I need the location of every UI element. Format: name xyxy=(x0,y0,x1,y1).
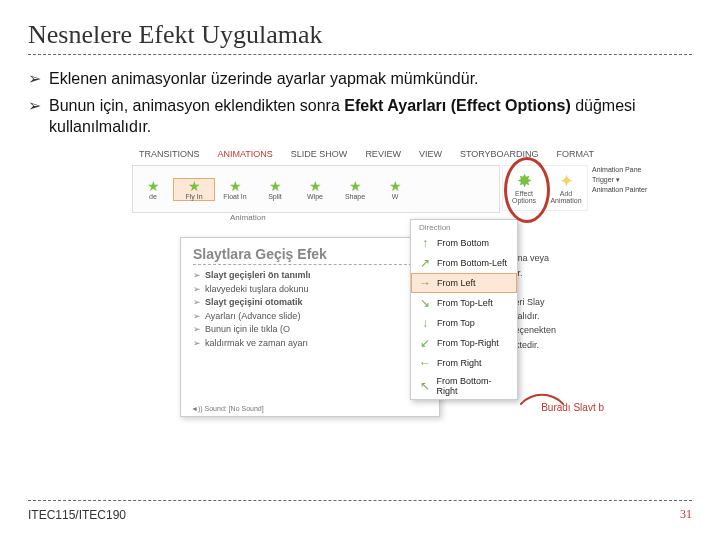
dropdown-item[interactable]: ↗From Bottom-Left xyxy=(411,253,517,273)
dropdown-item-label: From Left xyxy=(437,278,476,288)
star-icon: ★ xyxy=(335,179,375,193)
advanced-item[interactable]: Animation Painter xyxy=(592,185,640,195)
chevron-icon: ➢ xyxy=(28,96,41,138)
dropdown-item[interactable]: ↖From Bottom-Right xyxy=(411,373,517,399)
mini-chevron-icon: ➢ xyxy=(193,310,201,324)
chevron-icon: ➢ xyxy=(28,69,41,90)
bullet-text: Bunun için, animasyon eklendikten sonra … xyxy=(49,96,692,138)
embedded-slide-preview: Slaytlara Geçiş Efek ➢Slayt geçişleri ön… xyxy=(180,237,440,417)
dropdown-item[interactable]: ↘From Top-Left xyxy=(411,293,517,313)
advanced-item[interactable]: Animation Pane xyxy=(592,165,640,175)
mini-bullet-text: Slayt geçişleri ön tanımlı xyxy=(205,269,311,283)
dropdown-header: Direction xyxy=(411,220,517,233)
mini-bullet-item: ➢Slayt geçişini otomatik xyxy=(193,296,427,310)
mini-bullet-text: Ayarları (Advance slide) xyxy=(205,310,300,324)
mini-bullet-item: ➢Slayt geçişleri ön tanımlı xyxy=(193,269,427,283)
dropdown-item[interactable]: ↓From Top xyxy=(411,313,517,333)
mini-bullet-item: ➢Ayarları (Advance slide) xyxy=(193,310,427,324)
dropdown-item-label: From Bottom xyxy=(437,238,489,248)
effect-options-button[interactable]: ✸ Effect Options xyxy=(503,166,545,210)
star-icon: ★ xyxy=(174,179,214,193)
fragment-line: dır. xyxy=(510,266,596,280)
red-callout: Buradı Slavt b xyxy=(541,402,604,413)
advanced-item[interactable]: Trigger ▾ xyxy=(592,175,640,185)
mini-bullet-item: ➢Bunun için ile tıkla (O xyxy=(193,323,427,337)
star-add-icon: ✦ xyxy=(559,172,574,190)
animation-item[interactable]: ★Fly In xyxy=(173,178,215,201)
dropdown-item[interactable]: ↑From Bottom xyxy=(411,233,517,253)
dropdown-item[interactable]: ←From Right xyxy=(411,353,517,373)
direction-arrow-icon: → xyxy=(419,276,431,290)
star-icon: ★ xyxy=(295,179,335,193)
direction-arrow-icon: ↗ xyxy=(419,256,431,270)
animation-item[interactable]: ★Float In xyxy=(215,179,255,200)
direction-arrow-icon: ↘ xyxy=(419,296,431,310)
direction-arrow-icon: ↑ xyxy=(419,236,431,250)
bullet-item: ➢ Eklenen animasyonlar üzerinde ayarlar … xyxy=(28,69,692,90)
page-title: Nesnelere Efekt Uygulamak xyxy=(28,20,692,50)
mini-chevron-icon: ➢ xyxy=(193,283,201,297)
bullet-item: ➢ Bunun için, animasyon eklendikten sonr… xyxy=(28,96,692,138)
ribbon-tab[interactable]: SLIDE SHOW xyxy=(284,147,355,161)
mini-bullet-text: klavyedeki tuşlara dokunu xyxy=(205,283,309,297)
bullet-text: Eklenen animasyonlar üzerinde ayarlar ya… xyxy=(49,69,479,90)
animation-item[interactable]: ★Split xyxy=(255,179,295,200)
mini-chevron-icon: ➢ xyxy=(193,337,201,351)
mini-chevron-icon: ➢ xyxy=(193,296,201,310)
bullet-list: ➢ Eklenen animasyonlar üzerinde ayarlar … xyxy=(28,69,692,137)
bullet-text-span: Bunun için, animasyon eklendikten sonra xyxy=(49,97,344,114)
mini-bullet-text: kaldırmak ve zaman ayarı xyxy=(205,337,308,351)
effect-options-label: Effect Options xyxy=(503,190,545,204)
star-down-icon: ✸ xyxy=(517,172,532,190)
animation-item[interactable]: ★W xyxy=(375,179,415,200)
mini-bullet-item: ➢kaldırmak ve zaman ayarı xyxy=(193,337,427,351)
direction-arrow-icon: ← xyxy=(419,356,431,370)
ribbon-tab[interactable]: REVIEW xyxy=(358,147,408,161)
mini-slide-title: Slaytlara Geçiş Efek xyxy=(193,246,427,265)
bullet-bold: Efekt Ayarları (Effect Options) xyxy=(344,97,570,114)
star-icon: ★ xyxy=(215,179,255,193)
add-animation-label: Add Animation xyxy=(545,190,587,204)
fragment-line: ama veya xyxy=(510,251,596,265)
dropdown-item[interactable]: →From Left xyxy=(411,273,517,293)
direction-arrow-icon: ↖ xyxy=(419,379,430,393)
mini-chevron-icon: ➢ xyxy=(193,323,201,337)
right-text-fragment: ama veyadır.nİleri Slaymalıdır.seçenekte… xyxy=(510,251,596,352)
animation-item[interactable]: ★de xyxy=(133,179,173,200)
add-animation-button[interactable]: ✦ Add Animation xyxy=(545,166,587,210)
star-icon: ★ xyxy=(133,179,173,193)
mini-bullet-text: Bunun için ile tıkla (O xyxy=(205,323,290,337)
direction-arrow-icon: ↙ xyxy=(419,336,431,350)
dropdown-item-label: From Bottom-Left xyxy=(437,258,507,268)
screenshot-figure: TRANSITIONSANIMATIONSSLIDE SHOWREVIEWVIE… xyxy=(110,147,610,437)
mini-sound-row: ◄)) Sound: [No Sound] xyxy=(191,405,264,412)
direction-dropdown[interactable]: Direction ↑From Bottom↗From Bottom-Left→… xyxy=(410,219,518,400)
animation-item[interactable]: ★Wipe xyxy=(295,179,335,200)
star-icon: ★ xyxy=(375,179,415,193)
advanced-animation-group: Animation PaneTrigger ▾Animation Painter xyxy=(592,165,640,194)
mini-bullet-text: Slayt geçişini otomatik xyxy=(205,296,303,310)
dropdown-item-label: From Right xyxy=(437,358,482,368)
animation-item[interactable]: ★Shape xyxy=(335,179,375,200)
ribbon-tab[interactable]: ANIMATIONS xyxy=(211,147,280,161)
fragment-line: n xyxy=(510,280,596,294)
ribbon-tab[interactable]: VIEW xyxy=(412,147,449,161)
effect-advanced-panel: ✸ Effect Options ✦ Add Animation xyxy=(502,165,588,211)
dropdown-item-label: From Bottom-Right xyxy=(436,376,509,396)
ribbon-tab[interactable]: STORYBOARDING xyxy=(453,147,546,161)
dropdown-item-label: From Top xyxy=(437,318,475,328)
mini-bullet-item: ➢klavyedeki tuşlara dokunu xyxy=(193,283,427,297)
mini-chevron-icon: ➢ xyxy=(193,269,201,283)
star-icon: ★ xyxy=(255,179,295,193)
dropdown-item[interactable]: ↙From Top-Right xyxy=(411,333,517,353)
ribbon-tabs: TRANSITIONSANIMATIONSSLIDE SHOWREVIEWVIE… xyxy=(132,147,601,161)
mini-bullet-list: ➢Slayt geçişleri ön tanımlı➢klavyedeki t… xyxy=(193,269,427,350)
dropdown-item-label: From Top-Left xyxy=(437,298,493,308)
footer: ITEC115/ITEC190 31 xyxy=(28,500,692,522)
ribbon-tab[interactable]: FORMAT xyxy=(550,147,601,161)
fragment-line: İleri Slay xyxy=(510,295,596,309)
fragment-line: seçenekten xyxy=(510,323,596,337)
fragment-line: ektedir. xyxy=(510,338,596,352)
ribbon-tab[interactable]: TRANSITIONS xyxy=(132,147,207,161)
dropdown-item-label: From Top-Right xyxy=(437,338,499,348)
